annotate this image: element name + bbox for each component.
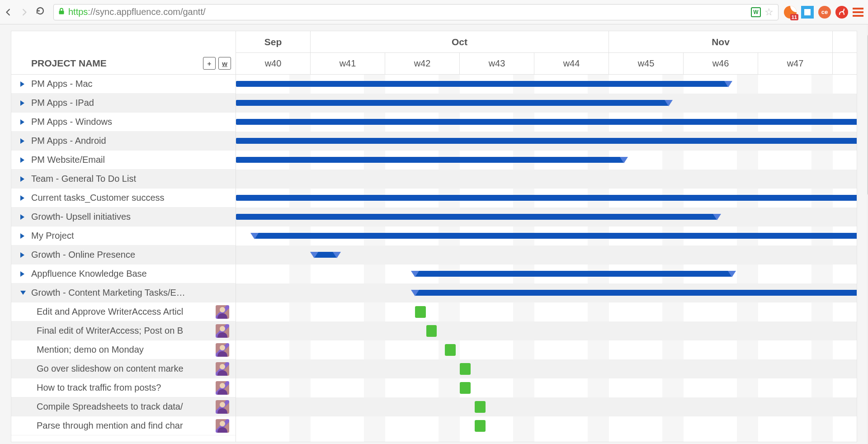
assignee-avatar[interactable] (216, 419, 229, 433)
project-bar[interactable] (236, 81, 728, 87)
task-bar[interactable] (445, 344, 456, 356)
task-row[interactable]: Mention; demo on Monday (11, 340, 236, 359)
chevron-right-icon[interactable] (20, 214, 24, 220)
project-bar[interactable] (236, 100, 669, 106)
browser-menu-icon[interactable] (853, 8, 863, 17)
task-bar[interactable] (460, 363, 471, 375)
project-row[interactable]: Growth- Upsell initiatives (11, 208, 236, 227)
week-cell[interactable]: w41 (311, 53, 385, 74)
project-label: Team - General To Do List (31, 174, 136, 184)
bar-start-marker (310, 252, 318, 258)
project-row[interactable]: Growth - Online Presence (11, 246, 236, 265)
task-row[interactable]: Go over slideshow on content marke (11, 359, 236, 378)
bar-start-marker (411, 271, 419, 277)
project-row[interactable]: Appfluence Knowledge Base (11, 265, 236, 283)
task-row[interactable]: Compile Spreadsheets to track data/ (11, 397, 236, 416)
extension-orange-icon[interactable]: 11 (784, 6, 797, 19)
chevron-right-icon[interactable] (20, 271, 24, 277)
week-cell[interactable]: w40 (236, 53, 311, 74)
task-bar[interactable] (475, 420, 486, 432)
project-label: Current tasks_Customer success (31, 193, 165, 203)
project-bar[interactable] (236, 119, 857, 125)
url-scheme: https (68, 7, 88, 17)
week-cell[interactable]: w44 (534, 53, 609, 74)
project-label: PM Website/Email (31, 155, 105, 165)
project-bar[interactable] (255, 233, 857, 239)
chevron-right-icon[interactable] (20, 176, 24, 182)
task-row[interactable]: Parse through mention and find char (11, 416, 236, 435)
project-row[interactable]: Growth - Content Marketing Tasks/E… (11, 283, 236, 302)
extension-green-icon[interactable]: W (751, 7, 761, 17)
task-bar[interactable] (475, 401, 486, 413)
forward-button[interactable] (20, 8, 28, 16)
task-bar[interactable] (426, 325, 437, 337)
bar-end-marker (728, 271, 736, 277)
chevron-down-icon[interactable] (20, 291, 26, 295)
gantt-row (236, 151, 857, 170)
chevron-right-icon[interactable] (20, 157, 24, 163)
gantt-row (236, 340, 857, 359)
assignee-avatar[interactable] (216, 305, 229, 319)
assignee-avatar[interactable] (216, 381, 229, 395)
project-bar[interactable] (236, 195, 857, 201)
chevron-right-icon[interactable] (20, 233, 24, 239)
task-row[interactable]: How to track traffic from posts? (11, 378, 236, 397)
project-row[interactable]: PM Apps - Windows (11, 113, 236, 132)
task-bar[interactable] (460, 382, 471, 394)
task-row[interactable]: Edit and Approve WriterAccess Articl (11, 302, 236, 321)
project-bar[interactable] (415, 271, 732, 277)
project-bar[interactable] (314, 252, 337, 258)
gantt-chart-body[interactable] (236, 75, 857, 442)
reload-button[interactable] (35, 6, 45, 19)
week-cell[interactable]: w46 (684, 53, 758, 74)
extension-ce-icon[interactable]: ce (818, 6, 831, 19)
chevron-right-icon[interactable] (20, 252, 24, 258)
project-bar[interactable] (236, 214, 717, 220)
task-label: Compile Spreadsheets to track data/ (37, 401, 183, 412)
project-label: Growth - Content Marketing Tasks/E… (31, 288, 185, 298)
chevron-right-icon[interactable] (20, 100, 24, 106)
project-label: PM Apps - Windows (31, 117, 112, 127)
task-label: Final edit of WriterAccess; Post on B (37, 326, 183, 336)
gantt-row (236, 416, 857, 435)
project-row[interactable]: PM Website/Email (11, 151, 236, 170)
svg-rect-0 (59, 10, 64, 14)
chevron-right-icon[interactable] (20, 195, 24, 201)
add-project-button[interactable]: + (203, 57, 216, 70)
assignee-avatar[interactable] (216, 343, 229, 357)
week-cell[interactable]: w45 (609, 53, 684, 74)
week-view-button[interactable]: w (218, 57, 231, 70)
assignee-avatar[interactable] (216, 324, 229, 338)
url-bar[interactable]: https ://sync.appfluence.com/gantt/ W ☆ (53, 4, 778, 20)
bookmark-star-icon[interactable]: ☆ (764, 6, 774, 18)
week-cell[interactable]: w47 (758, 53, 833, 74)
project-row[interactable]: PM Apps - Android (11, 132, 236, 151)
project-row[interactable]: PM Apps - IPad (11, 94, 236, 113)
extension-badge: 11 (790, 14, 798, 20)
gantt-row (236, 94, 857, 113)
week-cell[interactable]: w42 (385, 53, 460, 74)
chevron-right-icon[interactable] (20, 119, 24, 125)
extension-blue-icon[interactable] (801, 6, 814, 19)
assignee-avatar[interactable] (216, 400, 229, 414)
project-row[interactable]: Team - General To Do List (11, 170, 236, 189)
task-bar[interactable] (415, 306, 426, 318)
month-cell: Oct (311, 31, 609, 52)
task-row[interactable]: Final edit of WriterAccess; Post on B (11, 321, 236, 340)
week-cell[interactable]: w43 (460, 53, 534, 74)
extension-su-icon[interactable] (835, 6, 848, 19)
task-label: Parse through mention and find char (37, 420, 183, 431)
back-button[interactable] (5, 8, 13, 16)
project-row[interactable]: PM Apps - Mac (11, 75, 236, 94)
project-bar[interactable] (415, 290, 857, 296)
project-bar[interactable] (236, 138, 857, 144)
project-label: PM Apps - Mac (31, 79, 93, 89)
project-list-header: PROJECT NAME + w (11, 31, 236, 75)
assignee-avatar[interactable] (216, 362, 229, 376)
chevron-right-icon[interactable] (20, 138, 24, 144)
project-bar[interactable] (236, 157, 624, 163)
project-row[interactable]: Current tasks_Customer success (11, 189, 236, 208)
bar-start-marker (250, 233, 259, 239)
project-row[interactable]: My Project (11, 227, 236, 246)
chevron-right-icon[interactable] (20, 81, 24, 87)
